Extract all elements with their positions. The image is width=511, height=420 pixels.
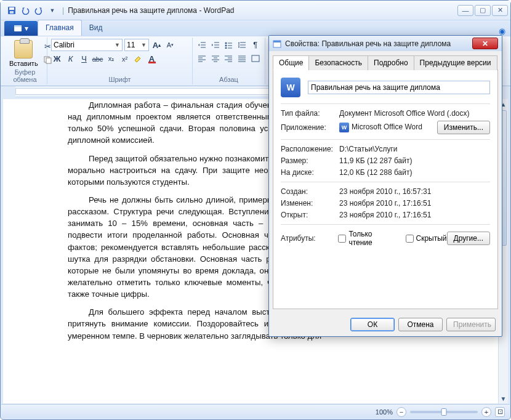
label-application: Приложение: xyxy=(281,123,339,132)
label-attributes: Атрибуты: xyxy=(281,234,338,243)
label-size-on-disk: На диске: xyxy=(281,168,339,177)
chevron-down-icon: ▼ xyxy=(141,42,147,48)
chevron-down-icon: ▾ xyxy=(25,24,28,33)
strike-button[interactable]: abc xyxy=(92,53,103,65)
label-size: Размер: xyxy=(281,156,339,165)
font-color-button[interactable]: A xyxy=(146,53,158,65)
zoom-in-button[interactable]: + xyxy=(481,407,491,417)
scroll-down-icon[interactable]: ▼ xyxy=(499,394,508,403)
clipboard-icon xyxy=(14,40,33,59)
group-font: Calibri▼ 11▼ A▴ A▾ Ж К Ч abc x₂ x² xyxy=(47,38,193,84)
undo-icon[interactable] xyxy=(19,4,31,17)
value-accessed: 23 ноября 2010 г., 17:16:51 xyxy=(339,211,490,219)
value-filetype: Документ Microsoft Office Word (.docx) xyxy=(339,109,490,118)
subscript-button[interactable]: x₂ xyxy=(105,53,117,65)
group-clipboard: Вставить ✂ Буфер обмена xyxy=(3,38,47,84)
tab-previous-versions[interactable]: Предыдущие версии xyxy=(414,55,497,70)
value-application: WMicrosoft Office Word xyxy=(339,123,437,132)
quick-access-toolbar: ▼ xyxy=(6,4,58,17)
group-paragraph: ¶ Абзац xyxy=(193,38,265,84)
grow-font-button[interactable]: A▴ xyxy=(151,39,163,51)
chevron-down-icon: ▼ xyxy=(115,42,120,48)
word-icon: W xyxy=(339,123,349,132)
status-bar: 100% − + ⊡ xyxy=(1,404,510,419)
titlebar: ▼ | Правильная речь на защите диплома - … xyxy=(1,1,510,20)
label-filetype: Тип файла: xyxy=(281,109,339,118)
align-right-button[interactable] xyxy=(223,52,235,64)
decrease-indent-button[interactable] xyxy=(196,39,208,50)
bullets-button[interactable] xyxy=(223,39,235,50)
ok-button[interactable]: ОК xyxy=(350,318,395,331)
window-controls: — ▢ ✕ xyxy=(457,5,508,16)
highlight-button[interactable] xyxy=(132,53,144,65)
ribbon-tabs: ▾ Главная Вид ◉ xyxy=(1,20,510,36)
svg-rect-10 xyxy=(252,55,259,62)
label-modified: Изменен: xyxy=(281,199,339,208)
svg-point-8 xyxy=(225,44,227,46)
bold-button[interactable]: Ж xyxy=(51,53,63,65)
change-app-button[interactable]: Изменить... xyxy=(437,121,490,134)
dialog-title: Свойства: Правильная речь на защите дипл… xyxy=(285,39,469,48)
align-left-button[interactable] xyxy=(196,52,208,64)
align-justify-button[interactable] xyxy=(236,52,248,64)
superscript-button[interactable]: x² xyxy=(119,53,131,65)
dialog-body: Общие Безопасность Подробно Предыдущие в… xyxy=(269,51,502,313)
label-accessed: Открыт: xyxy=(281,211,339,219)
svg-rect-4 xyxy=(14,25,22,27)
wordpad-window: ▼ | Правильная речь на защите диплома - … xyxy=(0,0,511,420)
dialog-tabs: Общие Безопасность Подробно Предыдущие в… xyxy=(273,55,498,70)
maximize-button[interactable]: ▢ xyxy=(475,5,491,16)
shrink-font-button[interactable]: A▾ xyxy=(164,39,176,51)
window-title: Правильная речь на защите диплома - Word… xyxy=(68,6,457,15)
paragraph-marks-button[interactable]: ¶ xyxy=(249,39,261,50)
svg-point-7 xyxy=(225,42,227,44)
hidden-checkbox[interactable]: Скрытый xyxy=(406,234,447,243)
dialog-close-button[interactable]: ✕ xyxy=(472,38,498,49)
italic-button[interactable]: К xyxy=(65,53,76,65)
cancel-button[interactable]: Отмена xyxy=(398,318,443,331)
tab-general[interactable]: Общие xyxy=(273,55,309,70)
value-created: 23 ноября 2010 г., 16:57:31 xyxy=(339,187,490,196)
label-location: Расположение: xyxy=(281,145,339,153)
paste-button[interactable]: Вставить xyxy=(7,39,41,68)
minimize-button[interactable]: — xyxy=(457,5,473,16)
slider-thumb[interactable] xyxy=(441,408,447,416)
file-icon xyxy=(14,25,22,32)
svg-rect-2 xyxy=(10,11,14,14)
tab-view[interactable]: Вид xyxy=(82,20,110,36)
apply-button[interactable]: Применить xyxy=(446,318,496,331)
label-created: Создан: xyxy=(281,187,339,196)
tab-security[interactable]: Безопасность xyxy=(308,55,368,70)
save-icon[interactable] xyxy=(6,4,18,17)
font-size-select[interactable]: 11▼ xyxy=(124,39,149,51)
file-menu-button[interactable]: ▾ xyxy=(4,21,38,36)
value-size-on-disk: 12,0 КБ (12 288 байт) xyxy=(339,168,490,177)
tab-details[interactable]: Подробно xyxy=(368,55,414,70)
align-center-button[interactable] xyxy=(210,52,222,64)
zoom-slider[interactable] xyxy=(410,411,478,413)
filename-input[interactable] xyxy=(308,81,490,94)
redo-icon[interactable] xyxy=(33,4,45,17)
properties-icon xyxy=(273,39,281,48)
properties-dialog: Свойства: Правильная речь на защите дипл… xyxy=(268,35,502,337)
tab-home[interactable]: Главная xyxy=(38,20,82,36)
increase-indent-button[interactable] xyxy=(210,39,222,50)
paragraph-dialog-button[interactable] xyxy=(249,52,261,64)
advanced-attrs-button[interactable]: Другие... xyxy=(447,232,490,245)
dialog-titlebar: Свойства: Правильная речь на защите дипл… xyxy=(269,36,502,51)
tab-panel-general: W Тип файла:Документ Microsoft Office Wo… xyxy=(273,70,498,309)
group-label: Буфер обмена xyxy=(7,68,43,83)
underline-button[interactable]: Ч xyxy=(78,53,90,65)
svg-rect-12 xyxy=(273,41,281,42)
zoom-out-button[interactable]: − xyxy=(396,407,406,417)
readonly-checkbox[interactable]: Только чтение xyxy=(338,230,396,247)
zoom-fit-button[interactable]: ⊡ xyxy=(495,407,505,417)
line-spacing-button[interactable] xyxy=(236,39,248,50)
font-name-select[interactable]: Calibri▼ xyxy=(51,39,123,51)
svg-point-9 xyxy=(225,47,227,49)
qat-customize-icon[interactable]: ▼ xyxy=(46,4,58,17)
value-location: D:\Статьи\Услуги xyxy=(339,145,490,153)
word-icon: W xyxy=(281,78,300,97)
close-button[interactable]: ✕ xyxy=(492,5,508,16)
help-icon[interactable]: ◉ xyxy=(499,26,505,36)
